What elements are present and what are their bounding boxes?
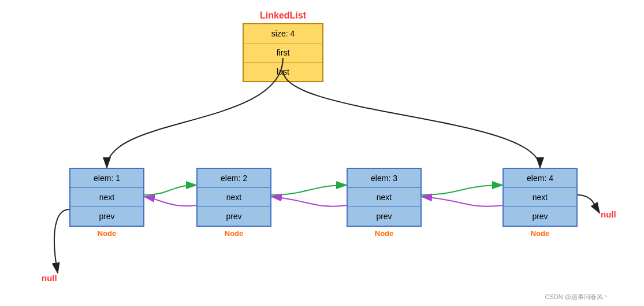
node1-label: Node [98,229,117,238]
node2-box: elem: 2 next prev [196,168,271,227]
node4-prev: prev [504,207,576,226]
diagram: LinkedList size: 4 first last elem: 1 ne… [0,0,644,306]
null-right: null [601,209,616,219]
node1-prev: prev [70,207,143,226]
node2-label: Node [225,229,244,238]
ll-cell-first: first [244,43,322,62]
null-left: null [42,273,57,283]
node1-container: elem: 1 next prev Node [69,168,144,238]
node3-box: elem: 3 next prev [347,168,422,227]
node4-container: elem: 4 next prev Node [502,168,578,238]
node2-elem: elem: 2 [198,169,270,188]
node4-next: next [504,188,576,207]
node1-box: elem: 1 next prev [69,168,144,227]
node2-container: elem: 2 next prev Node [196,168,271,238]
watermark: CSDN @遇事问春风丶 [545,293,609,301]
linkedlist-container: LinkedList size: 4 first last [243,10,323,82]
linkedlist-title: LinkedList [260,10,306,21]
node2-prev: prev [198,207,270,226]
node3-next: next [348,188,420,207]
ll-cell-size: size: 4 [244,24,322,43]
node2-next: next [198,188,270,207]
linkedlist-box: size: 4 first last [243,23,323,82]
node3-container: elem: 3 next prev Node [347,168,422,238]
node4-box: elem: 4 next prev [502,168,578,227]
node3-prev: prev [348,207,420,226]
node4-elem: elem: 4 [504,169,576,188]
node1-next: next [70,188,143,207]
node3-elem: elem: 3 [348,169,420,188]
node3-label: Node [375,229,394,238]
node1-elem: elem: 1 [70,169,143,188]
node4-label: Node [531,229,550,238]
ll-cell-last: last [244,62,322,81]
